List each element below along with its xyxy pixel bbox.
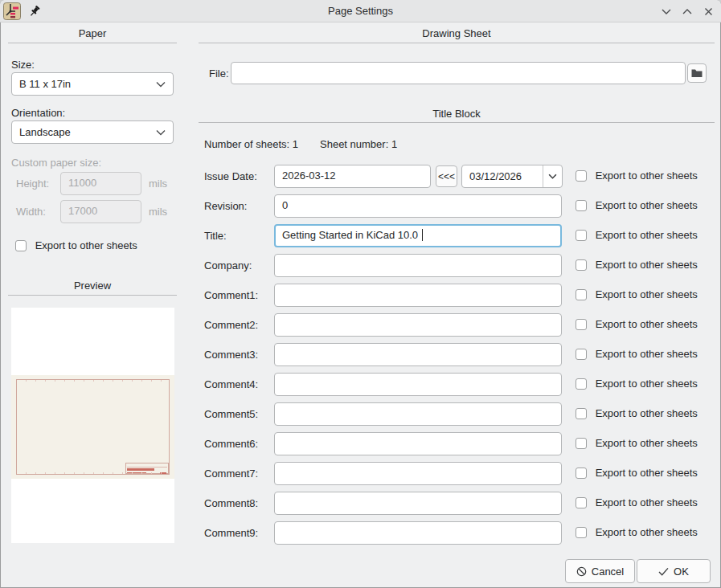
field-label: Comment1: xyxy=(204,289,258,301)
issue-date-row: Issue Date: 2026-03-12 <<< 03/12/2026 xyxy=(199,165,715,188)
sheet-number-text: Sheet number: 1 xyxy=(320,138,397,150)
field-label: Comment9: xyxy=(204,527,258,539)
export-checkbox-label: Export to other sheets xyxy=(596,378,698,390)
date-picker[interactable]: 03/12/2026 xyxy=(461,165,563,188)
export-checkbox-label: Export to other sheets xyxy=(596,467,698,479)
maximize-button[interactable] xyxy=(679,3,695,19)
ok-button[interactable]: OK xyxy=(637,559,711,583)
divider xyxy=(199,122,715,123)
field-label: Revision: xyxy=(204,200,247,212)
comment5-export-checkbox[interactable] xyxy=(576,408,587,419)
comment6-export-checkbox[interactable] xyxy=(576,438,587,449)
comment7-export-checkbox[interactable] xyxy=(576,468,587,479)
issue-date-input[interactable]: 2026-03-12 xyxy=(274,165,431,188)
export-checkbox-label: Export to other sheets xyxy=(596,318,698,330)
field-label: Comment7: xyxy=(204,468,258,480)
title-block-row: Comment8: Export to other sheets xyxy=(199,492,715,515)
comment3-export-checkbox[interactable] xyxy=(576,349,587,360)
comment4-export-checkbox[interactable] xyxy=(576,378,587,390)
drawing-sheet-section-header: Drawing Sheet xyxy=(199,27,715,39)
browse-file-button[interactable] xyxy=(687,63,707,83)
title-block-row: Comment9: Export to other sheets xyxy=(199,521,715,545)
comment3-input[interactable] xyxy=(274,343,562,366)
comment6-input[interactable] xyxy=(274,432,562,455)
text-caret xyxy=(422,229,423,241)
field-label: Comment6: xyxy=(204,438,258,450)
chevron-down-icon xyxy=(548,174,557,179)
cancel-button[interactable]: Cancel xyxy=(565,559,635,583)
title-block-row: Comment2: Export to other sheets xyxy=(199,313,715,337)
file-label: File: xyxy=(209,67,229,80)
export-checkbox-label: Export to other sheets xyxy=(596,496,698,508)
company-export-checkbox[interactable] xyxy=(576,259,587,271)
comment5-input[interactable] xyxy=(274,402,562,426)
issue-date-label: Issue Date: xyxy=(204,170,257,182)
comment2-export-checkbox[interactable] xyxy=(576,319,587,330)
field-label: Title: xyxy=(204,230,227,242)
field-label: Comment5: xyxy=(204,408,258,420)
comment9-export-checkbox[interactable] xyxy=(576,527,587,538)
revision-input[interactable]: 0 xyxy=(274,194,562,218)
chevron-up-icon xyxy=(682,8,692,14)
title-block-row: Comment5: Export to other sheets xyxy=(199,402,715,426)
comment1-export-checkbox[interactable] xyxy=(576,289,587,300)
export-checkbox-label: Export to other sheets xyxy=(596,288,698,300)
close-button[interactable] xyxy=(700,3,716,19)
revision-export-checkbox[interactable] xyxy=(576,200,587,211)
export-checkbox-label: Export to other sheets xyxy=(596,169,698,182)
export-checkbox-label: Export to other sheets xyxy=(596,259,698,271)
field-label: Comment4: xyxy=(204,378,258,390)
cancel-icon xyxy=(576,566,587,577)
field-label: Company: xyxy=(204,259,252,272)
comment4-input[interactable] xyxy=(274,373,562,396)
page-settings-dialog: Page Settings Paper Size: xyxy=(0,0,721,588)
title-block-row: Title: Getting Started in KiCad 10.0 Exp… xyxy=(199,224,715,247)
export-checkbox-label: Export to other sheets xyxy=(596,348,698,360)
export-checkbox-label: Export to other sheets xyxy=(596,199,698,211)
field-label: Comment3: xyxy=(204,349,258,361)
title-block-row: Comment1: Export to other sheets xyxy=(199,284,715,307)
comment7-input[interactable] xyxy=(274,462,562,485)
export-checkbox-label: Export to other sheets xyxy=(596,437,698,449)
window-title: Page Settings xyxy=(0,0,721,22)
title-block-row: Company: Export to other sheets xyxy=(199,254,715,277)
folder-icon xyxy=(691,68,703,78)
minimize-button[interactable] xyxy=(658,3,674,19)
divider xyxy=(199,43,715,43)
title-block-section-header: Title Block xyxy=(199,108,715,120)
date-picker-value: 03/12/2026 xyxy=(469,170,522,182)
file-input[interactable] xyxy=(231,62,686,84)
check-icon xyxy=(658,567,669,576)
copy-date-button[interactable]: <<< xyxy=(436,165,457,187)
titlebar[interactable]: Page Settings xyxy=(0,0,721,22)
issue-date-value: 2026-03-12 xyxy=(282,169,336,182)
issue-date-export-checkbox[interactable] xyxy=(576,170,587,182)
number-of-sheets-text: Number of sheets: 1 xyxy=(204,138,298,150)
field-label: Comment2: xyxy=(204,319,258,331)
title-block-row: Comment7: Export to other sheets xyxy=(199,462,715,485)
title-input[interactable]: Getting Started in KiCad 10.0 xyxy=(274,224,562,247)
title-block-row: Comment4: Export to other sheets xyxy=(199,373,715,396)
comment8-export-checkbox[interactable] xyxy=(576,497,587,508)
chevron-down-icon xyxy=(662,8,671,14)
company-input[interactable] xyxy=(274,254,562,277)
export-checkbox-label: Export to other sheets xyxy=(596,407,698,419)
comment9-input[interactable] xyxy=(274,521,562,545)
export-checkbox-label: Export to other sheets xyxy=(596,526,698,538)
title-block-rows: Issue Date: 2026-03-12 <<< 03/12/2026 xyxy=(199,165,715,551)
title-block-row: Comment3: Export to other sheets xyxy=(199,343,715,366)
close-icon xyxy=(704,7,713,16)
comment1-input[interactable] xyxy=(274,284,562,307)
export-checkbox-label: Export to other sheets xyxy=(596,229,698,241)
comment2-input[interactable] xyxy=(274,313,562,337)
title-block-row: Revision: 0 Export to other sheets xyxy=(199,194,715,218)
comment8-input[interactable] xyxy=(274,492,562,515)
title-block-row: Comment6: Export to other sheets xyxy=(199,432,715,455)
field-label: Comment8: xyxy=(204,497,258,509)
title-export-checkbox[interactable] xyxy=(576,230,587,241)
